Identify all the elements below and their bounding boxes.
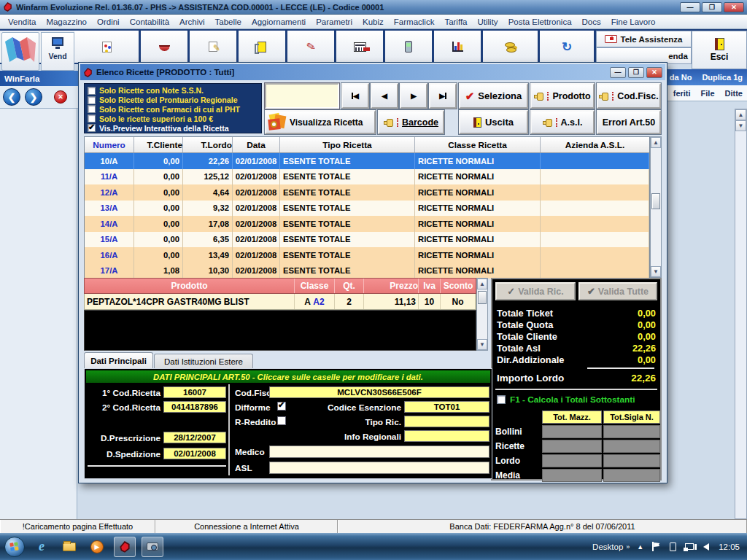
dialog-minimize-button[interactable]: — (610, 67, 626, 78)
menu-docs[interactable]: Docs (577, 16, 606, 28)
seleziona-button[interactable]: ✔Seleziona (459, 83, 528, 109)
dialog-close-button[interactable]: ✕ (646, 67, 662, 78)
menu-farmaclick[interactable]: Farmaclick (389, 16, 440, 28)
menu-vendita[interactable]: Vendita (3, 16, 41, 28)
prodotto-button[interactable]: Prodotto (530, 83, 595, 109)
filter-vis-preview[interactable]: Vis.Preview Interattiva della Ricetta (88, 123, 261, 133)
difforme-checkbox[interactable] (277, 402, 286, 411)
action-center-flag-icon[interactable] (651, 542, 661, 552)
col-iva[interactable]: Iva (419, 279, 441, 293)
window-restore-button[interactable]: ❐ (702, 2, 722, 12)
forward-button[interactable]: ❯ (25, 88, 42, 106)
ricetta-row[interactable]: 13/A0,009,3202/01/2008ESENTE TOTALERICET… (85, 201, 649, 217)
menu-fine-lavoro[interactable]: Fine Lavoro (606, 16, 661, 28)
scroll-up-arrow[interactable]: ▲ (651, 137, 661, 148)
filter-pht[interactable]: Solo Ricette con Farmaci di cui al PHT (88, 105, 261, 114)
cod-fisc-button[interactable]: Cod.Fisc. (597, 83, 661, 109)
toolbar-pills-document-button[interactable] (74, 31, 141, 63)
toolbar-vendite-button[interactable]: Vend (41, 32, 74, 71)
field-d-prescrizione[interactable]: 28/12/2007 (163, 432, 226, 443)
product-scrollbar[interactable]: ▲ ▼ (476, 278, 488, 351)
ricetta-row[interactable]: 16/A0,0013,4902/01/2008ESENTE TOTALERICE… (85, 247, 649, 263)
nav-first-button[interactable]: ◀ (341, 83, 369, 109)
toolbar-door-chart-button[interactable] (239, 31, 287, 63)
toolbar-sync-button[interactable]: ↻ (540, 31, 596, 63)
field-asl[interactable] (269, 462, 489, 474)
toolbar-pot-button[interactable] (141, 31, 190, 63)
menu-contabilita[interactable]: Contabilità (125, 16, 174, 28)
f1-calcola-checkbox-row[interactable]: F1 - Calcola i Totali Sottostanti (497, 394, 635, 405)
window-close-button[interactable]: ✕ (724, 2, 744, 12)
menu-magazzino[interactable]: Magazzino (41, 16, 92, 28)
file-menu-item[interactable]: File (701, 89, 715, 98)
speaker-icon[interactable] (701, 542, 711, 552)
scroll-up-arrow[interactable]: ▲ (477, 279, 487, 289)
col-numero[interactable]: Numero (85, 137, 134, 152)
window-minimize-button[interactable]: — (680, 2, 700, 12)
taskbar-camera-app-button[interactable] (142, 537, 163, 557)
search-input[interactable] (265, 83, 339, 109)
visualizza-ricetta-button[interactable]: Visualizza Ricetta (265, 110, 376, 134)
menu-utility[interactable]: Utility (473, 16, 503, 28)
nav-prev-button[interactable]: ◀ (371, 83, 398, 109)
taskbar-ie-button[interactable]: e (31, 537, 53, 557)
taskbar-media-player-button[interactable]: ▶ (86, 537, 108, 557)
scroll-up-arrow[interactable]: ▲ (735, 109, 746, 120)
ricetta-row[interactable]: 14/A0,0017,0802/01/2008ESENTE TOTALERICE… (85, 216, 649, 232)
field-tipo-ric[interactable] (404, 416, 489, 427)
checkbox-checked-icon[interactable] (88, 124, 96, 132)
col-sconto[interactable]: Sconto (441, 279, 476, 293)
toolbar-phone-button[interactable] (385, 31, 434, 63)
asl-button[interactable]: A.s.l. (530, 110, 595, 134)
col-classe-ricetta[interactable]: Classe Ricetta (415, 137, 541, 152)
main-vertical-scrollbar[interactable]: ▲ ▼ (735, 109, 747, 519)
col-tcliente[interactable]: T.Cliente (134, 137, 183, 152)
errori-art50-button[interactable]: Errori Art.50 (597, 110, 661, 134)
field-info-regionali[interactable] (404, 430, 489, 442)
checkbox-icon[interactable] (88, 96, 96, 104)
col-prezzo[interactable]: Prezzo (364, 279, 419, 293)
taskbar-explorer-button[interactable] (58, 537, 80, 557)
scrollbar-thumb[interactable] (478, 291, 487, 304)
menu-tabelle[interactable]: Tabelle (210, 16, 247, 28)
menu-archivi[interactable]: Archivi (174, 16, 210, 28)
checkbox-icon[interactable] (497, 395, 506, 404)
esci-button[interactable]: Esci (692, 31, 747, 69)
valida-tutte-button[interactable]: ✔Valida Tutte (578, 282, 657, 300)
menu-kubiz[interactable]: Kubiz (357, 16, 389, 28)
r-reddito-checkbox[interactable] (277, 416, 286, 425)
field-codice-esenzione[interactable]: TOT01 (404, 401, 489, 413)
tab-dati-principali[interactable]: Dati Principali (84, 352, 153, 368)
field-cod-fisc[interactable]: MCLVCN30S66E506F (269, 386, 489, 398)
back-button[interactable]: ❮ (3, 88, 20, 106)
ricetta-row[interactable]: 17/A1,0810,3002/01/2008ESENTE TOTALERICE… (85, 263, 649, 279)
ricetta-row[interactable]: 15/A0,006,3502/01/2008ESENTE TOTALERICET… (85, 232, 649, 248)
start-button[interactable] (4, 537, 25, 557)
ricetta-row[interactable]: 11/A0,00125,1202/01/2008ESENTE TOTALERIC… (85, 169, 649, 185)
col-prodotto[interactable]: Prodotto (85, 279, 295, 293)
field-medico[interactable] (269, 446, 489, 458)
nav-next-button[interactable]: ▶ (400, 83, 427, 109)
tab-dati-istituzioni-estere[interactable]: Dati Istituzioni Estere (154, 354, 253, 368)
show-hidden-icons[interactable]: ▲ (637, 543, 643, 551)
scroll-down-arrow[interactable]: ▼ (651, 266, 661, 277)
nav-last-button[interactable]: ▶ (429, 83, 457, 109)
preferiti-fragment[interactable]: feriti (673, 89, 691, 98)
scrollbar-thumb[interactable] (651, 193, 660, 209)
field-cod-ricetta-2[interactable]: 0414187896 (163, 401, 226, 413)
field-cod-ricetta-1[interactable]: 16007 (163, 386, 226, 398)
col-data[interactable]: Data (233, 137, 280, 152)
checkbox-icon[interactable] (88, 114, 96, 122)
toolbar-calculator-button[interactable] (336, 31, 385, 63)
field-d-spedizione[interactable]: 02/01/2008 (163, 448, 226, 459)
network-icon[interactable] (684, 542, 694, 552)
device-icon[interactable] (667, 542, 678, 552)
taskbar-clock[interactable]: 12:05 (719, 542, 740, 551)
col-tlordo[interactable]: T.Lordo (183, 137, 233, 152)
ditte-menu-item[interactable]: Ditte (725, 89, 743, 98)
col-azienda-asl[interactable]: Azienda A.S.L. (541, 137, 649, 152)
menu-posta-elettronica[interactable]: Posta Elettronica (503, 16, 577, 28)
checkbox-icon[interactable] (88, 87, 96, 95)
toolbar-chart-button[interactable] (434, 31, 483, 63)
checkbox-icon[interactable] (88, 105, 96, 113)
